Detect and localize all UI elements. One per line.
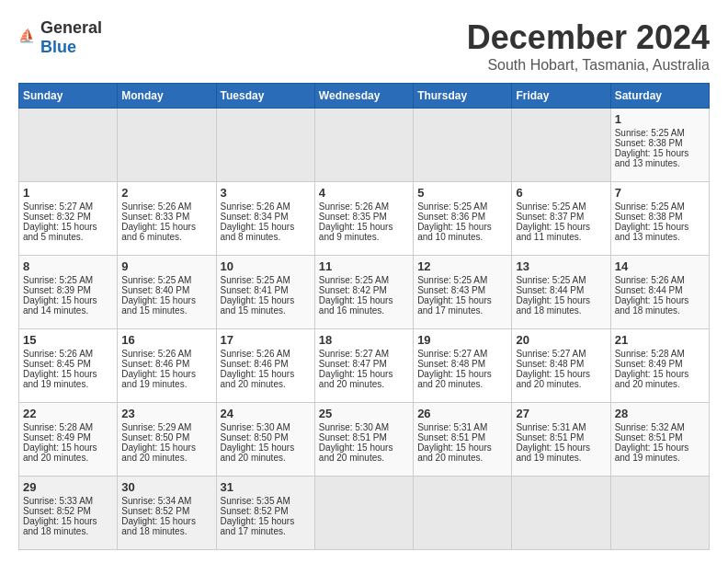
sunset-text: Sunset: 8:33 PM (121, 212, 211, 222)
title-area: December 2024 South Hobart, Tasmania, Au… (467, 18, 710, 74)
sunrise-text: Sunrise: 5:26 AM (121, 349, 211, 359)
sunrise-text: Sunrise: 5:27 AM (23, 201, 113, 212)
day-number: 2 (121, 186, 211, 200)
calendar-cell: 9Sunrise: 5:25 AMSunset: 8:40 PMDaylight… (118, 256, 216, 329)
sunset-text: Sunset: 8:36 PM (417, 212, 507, 222)
month-title: December 2024 (467, 18, 710, 57)
calendar-cell: 22Sunrise: 5:28 AMSunset: 8:49 PMDayligh… (19, 403, 118, 477)
sunrise-text: Sunrise: 5:25 AM (615, 128, 705, 138)
calendar-header-row: SundayMondayTuesdayWednesdayThursdayFrid… (19, 84, 710, 109)
day-number: 27 (516, 407, 606, 420)
daylight-text: Daylight: 15 hours and 13 minutes. (615, 148, 705, 168)
calendar-cell: 11Sunrise: 5:25 AMSunset: 8:42 PMDayligh… (314, 256, 413, 329)
sunset-text: Sunset: 8:43 PM (417, 285, 507, 295)
day-number: 15 (23, 333, 113, 347)
daylight-text: Daylight: 15 hours and 15 minutes. (221, 295, 311, 316)
day-number: 22 (23, 407, 113, 420)
location-subtitle: South Hobart, Tasmania, Australia (467, 57, 710, 74)
sunrise-text: Sunrise: 5:35 AM (221, 496, 311, 506)
day-number: 1 (23, 186, 113, 200)
day-number: 25 (319, 407, 409, 420)
day-number: 3 (221, 186, 311, 200)
sunrise-text: Sunrise: 5:30 AM (221, 422, 311, 432)
column-header-wednesday: Wednesday (314, 84, 413, 109)
calendar-cell (414, 477, 512, 550)
sunset-text: Sunset: 8:49 PM (23, 432, 113, 442)
sunrise-text: Sunrise: 5:31 AM (516, 422, 606, 432)
calendar-cell: 5Sunrise: 5:25 AMSunset: 8:36 PMDaylight… (414, 182, 512, 256)
daylight-text: Daylight: 15 hours and 8 minutes. (221, 222, 311, 242)
day-number: 24 (221, 407, 311, 420)
sunrise-text: Sunrise: 5:31 AM (417, 422, 507, 432)
daylight-text: Daylight: 15 hours and 20 minutes. (516, 369, 606, 389)
calendar-week-row: 22Sunrise: 5:28 AMSunset: 8:49 PMDayligh… (19, 403, 710, 477)
day-number: 26 (417, 407, 507, 420)
day-number: 7 (615, 186, 705, 200)
calendar-cell: 24Sunrise: 5:30 AMSunset: 8:50 PMDayligh… (216, 403, 314, 477)
sunset-text: Sunset: 8:51 PM (417, 432, 507, 442)
column-header-friday: Friday (512, 84, 610, 109)
sunrise-text: Sunrise: 5:25 AM (516, 275, 606, 285)
calendar-cell: 31Sunrise: 5:35 AMSunset: 8:52 PMDayligh… (216, 477, 314, 550)
column-header-thursday: Thursday (414, 84, 512, 109)
calendar-cell (216, 109, 314, 182)
daylight-text: Daylight: 15 hours and 20 minutes. (23, 442, 113, 463)
calendar-cell (314, 109, 413, 182)
sunset-text: Sunset: 8:48 PM (516, 359, 606, 369)
daylight-text: Daylight: 15 hours and 9 minutes. (319, 222, 409, 242)
sunrise-text: Sunrise: 5:25 AM (417, 201, 507, 212)
svg-text:⛵: ⛵ (18, 29, 36, 44)
column-header-monday: Monday (118, 84, 216, 109)
sunset-text: Sunset: 8:46 PM (121, 359, 211, 369)
daylight-text: Daylight: 15 hours and 18 minutes. (516, 295, 606, 316)
calendar-week-row: 15Sunrise: 5:26 AMSunset: 8:45 PMDayligh… (19, 329, 710, 403)
sunrise-text: Sunrise: 5:25 AM (417, 275, 507, 285)
calendar-cell: 20Sunrise: 5:27 AMSunset: 8:48 PMDayligh… (512, 329, 610, 403)
day-number: 1 (615, 112, 705, 126)
calendar-cell: 25Sunrise: 5:30 AMSunset: 8:51 PMDayligh… (314, 403, 413, 477)
logo-blue: Blue (40, 38, 76, 56)
daylight-text: Daylight: 15 hours and 5 minutes. (23, 222, 113, 242)
sunrise-text: Sunrise: 5:33 AM (23, 496, 113, 506)
day-number: 23 (121, 407, 211, 420)
day-number: 20 (516, 333, 606, 347)
daylight-text: Daylight: 15 hours and 17 minutes. (417, 295, 507, 316)
calendar-cell: 26Sunrise: 5:31 AMSunset: 8:51 PMDayligh… (414, 403, 512, 477)
daylight-text: Daylight: 15 hours and 20 minutes. (221, 369, 311, 389)
daylight-text: Daylight: 15 hours and 16 minutes. (319, 295, 409, 316)
calendar-cell: 13Sunrise: 5:25 AMSunset: 8:44 PMDayligh… (512, 256, 610, 329)
sunrise-text: Sunrise: 5:27 AM (516, 349, 606, 359)
daylight-text: Daylight: 15 hours and 18 minutes. (615, 295, 705, 316)
daylight-text: Daylight: 15 hours and 19 minutes. (121, 369, 211, 389)
calendar-cell: 2Sunrise: 5:26 AMSunset: 8:33 PMDaylight… (118, 182, 216, 256)
sunrise-text: Sunrise: 5:26 AM (319, 201, 409, 212)
calendar-cell (118, 109, 216, 182)
sunrise-text: Sunrise: 5:26 AM (615, 275, 705, 285)
calendar-week-row: 1Sunrise: 5:25 AMSunset: 8:38 PMDaylight… (19, 109, 710, 182)
day-number: 9 (121, 259, 211, 273)
sunset-text: Sunset: 8:51 PM (615, 432, 705, 442)
daylight-text: Daylight: 15 hours and 19 minutes. (23, 369, 113, 389)
calendar-cell: 29Sunrise: 5:33 AMSunset: 8:52 PMDayligh… (19, 477, 118, 550)
calendar-cell: 10Sunrise: 5:25 AMSunset: 8:41 PMDayligh… (216, 256, 314, 329)
day-number: 19 (417, 333, 507, 347)
calendar-cell: 1Sunrise: 5:25 AMSunset: 8:38 PMDaylight… (610, 109, 709, 182)
day-number: 13 (516, 259, 606, 273)
sunrise-text: Sunrise: 5:30 AM (319, 422, 409, 432)
calendar-cell: 21Sunrise: 5:28 AMSunset: 8:49 PMDayligh… (610, 329, 709, 403)
calendar-cell: 4Sunrise: 5:26 AMSunset: 8:35 PMDaylight… (314, 182, 413, 256)
calendar-cell: 12Sunrise: 5:25 AMSunset: 8:43 PMDayligh… (414, 256, 512, 329)
logo: ⛵ General Blue (18, 18, 102, 57)
sunrise-text: Sunrise: 5:26 AM (121, 201, 211, 212)
calendar-cell: 3Sunrise: 5:26 AMSunset: 8:34 PMDaylight… (216, 182, 314, 256)
calendar-cell: 17Sunrise: 5:26 AMSunset: 8:46 PMDayligh… (216, 329, 314, 403)
daylight-text: Daylight: 15 hours and 20 minutes. (417, 442, 507, 463)
day-number: 4 (319, 186, 409, 200)
sunrise-text: Sunrise: 5:27 AM (319, 349, 409, 359)
sunset-text: Sunset: 8:52 PM (121, 506, 211, 516)
sunset-text: Sunset: 8:48 PM (417, 359, 507, 369)
calendar-cell (414, 109, 512, 182)
day-number: 31 (221, 480, 311, 494)
sunset-text: Sunset: 8:52 PM (23, 506, 113, 516)
calendar-cell: 1Sunrise: 5:27 AMSunset: 8:32 PMDaylight… (19, 182, 118, 256)
